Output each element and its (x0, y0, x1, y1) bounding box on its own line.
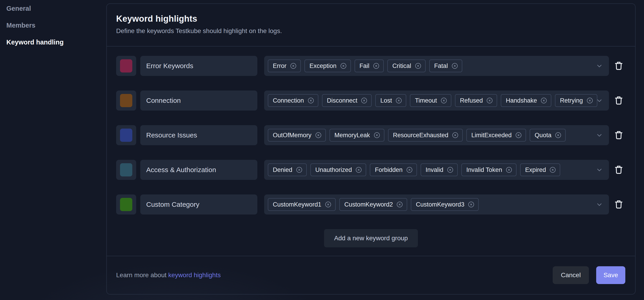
color-swatch (120, 129, 132, 142)
trash-icon (614, 130, 624, 141)
color-swatch (120, 198, 132, 211)
keyword-chip: Unauthorized (310, 163, 366, 176)
keyword-chip-list: ErrorExceptionFailCriticalFatal (268, 60, 590, 72)
keyword-chip-list: DeniedUnauthorizedForbiddenInvalidInvali… (268, 163, 590, 176)
group-name-input[interactable]: Error Keywords (140, 56, 257, 76)
keyword-chip-label: CustomKeyword1 (273, 201, 321, 208)
remove-keyword-icon[interactable] (361, 97, 368, 104)
keyword-chip-label: Disconnect (327, 97, 358, 104)
keyword-chip-label: Exception (310, 63, 336, 70)
remove-keyword-icon[interactable] (468, 201, 474, 208)
panel-header: Keyword highlights Define the keywords T… (107, 4, 635, 47)
sidebar-item-members[interactable]: Members (6, 22, 64, 29)
save-button[interactable]: Save (596, 266, 625, 284)
remove-keyword-icon[interactable] (296, 166, 303, 173)
remove-keyword-icon[interactable] (396, 201, 403, 208)
cancel-button[interactable]: Cancel (553, 266, 589, 284)
delete-group-button[interactable] (612, 125, 626, 145)
color-swatch-picker[interactable] (116, 160, 136, 180)
keyword-chip-label: CustomKeyword3 (416, 201, 464, 208)
remove-keyword-icon[interactable] (515, 132, 522, 139)
group-name-input[interactable]: Connection (140, 91, 257, 111)
add-keyword-group-button[interactable]: Add a new keyword group (324, 229, 418, 247)
remove-keyword-icon[interactable] (373, 63, 380, 69)
keyword-chip-label: Denied (273, 166, 292, 173)
keyword-chip: Expired (520, 163, 560, 176)
remove-keyword-icon[interactable] (586, 97, 593, 104)
remove-keyword-icon[interactable] (406, 166, 413, 173)
remove-keyword-icon[interactable] (549, 166, 556, 173)
remove-keyword-icon[interactable] (290, 63, 297, 69)
keyword-chip-label: Unauthorized (316, 166, 352, 173)
remove-keyword-icon[interactable] (355, 166, 362, 173)
keyword-chip: Refused (455, 94, 497, 107)
keyword-chip: Connection (268, 94, 318, 107)
keyword-chip: Timeout (410, 94, 451, 107)
remove-keyword-icon[interactable] (451, 63, 458, 69)
group-name-input[interactable]: Resource Issues (140, 125, 257, 145)
remove-keyword-icon[interactable] (540, 97, 547, 104)
remove-keyword-icon[interactable] (452, 132, 459, 139)
group-name-input[interactable]: Custom Category (140, 194, 257, 214)
keyword-group-row: ConnectionConnectionDisconnectLostTimeou… (116, 91, 626, 111)
delete-group-button[interactable] (612, 194, 626, 214)
keyword-chip-label: Refused (460, 97, 483, 104)
color-swatch-picker[interactable] (116, 125, 136, 145)
delete-group-button[interactable] (612, 160, 626, 180)
delete-group-button[interactable] (612, 91, 626, 111)
add-group-row: Add a new keyword group (116, 229, 626, 247)
remove-keyword-icon[interactable] (340, 63, 347, 69)
keyword-chip-label: OutOfMemory (273, 132, 312, 139)
sidebar-item-keyword-handling[interactable]: Keyword handling (6, 39, 64, 46)
remove-keyword-icon[interactable] (374, 132, 380, 139)
keyword-chip-label: Timeout (415, 97, 437, 104)
keyword-groups-section: Error KeywordsErrorExceptionFailCritical… (107, 47, 635, 247)
remove-keyword-icon[interactable] (506, 166, 512, 173)
color-swatch-picker[interactable] (116, 194, 136, 214)
keywords-select[interactable]: CustomKeyword1CustomKeyword2CustomKeywor… (264, 194, 609, 214)
panel-footer: Learn more about keyword highlights Canc… (107, 256, 635, 294)
keyword-chip-label: Invalid Token (466, 166, 502, 173)
keywords-select[interactable]: ErrorExceptionFailCriticalFatal (264, 56, 609, 76)
keywords-select[interactable]: DeniedUnauthorizedForbiddenInvalidInvali… (264, 160, 609, 180)
chevron-down-icon[interactable] (596, 132, 603, 139)
keyword-chip-label: CustomKeyword2 (344, 201, 393, 208)
remove-keyword-icon[interactable] (325, 201, 332, 208)
chevron-down-icon[interactable] (596, 166, 603, 173)
remove-keyword-icon[interactable] (447, 166, 454, 173)
remove-keyword-icon[interactable] (415, 63, 422, 69)
color-swatch-picker[interactable] (116, 91, 136, 111)
keyword-chip: CustomKeyword1 (268, 198, 336, 211)
remove-keyword-icon[interactable] (486, 97, 493, 104)
group-name-input[interactable]: Access & Authorization (140, 160, 257, 180)
delete-group-button[interactable] (612, 56, 626, 76)
keyword-chip-label: Quota (535, 132, 552, 139)
keyword-chip-label: Lost (380, 97, 392, 104)
color-swatch-picker[interactable] (116, 56, 136, 76)
keyword-handling-settings-page: GeneralMembersKeyword handling Keyword h… (0, 0, 644, 300)
remove-keyword-icon[interactable] (308, 97, 314, 104)
keyword-chip-label: Handshake (506, 97, 537, 104)
remove-keyword-icon[interactable] (395, 97, 402, 104)
keyword-chip-label: Connection (273, 97, 304, 104)
chevron-down-icon[interactable] (596, 201, 603, 208)
keyword-chip: Lost (375, 94, 406, 107)
keywords-select[interactable]: OutOfMemoryMemoryLeakResourceExhaustedLi… (264, 125, 609, 145)
keyword-chip: Quota (530, 129, 566, 142)
keyword-chip: CustomKeyword2 (339, 198, 407, 211)
settings-sidebar: GeneralMembersKeyword handling (6, 5, 64, 46)
remove-keyword-icon[interactable] (555, 132, 562, 139)
keyword-chip: Exception (304, 60, 351, 72)
keyword-chip: OutOfMemory (268, 129, 326, 142)
remove-keyword-icon[interactable] (440, 97, 447, 104)
remove-keyword-icon[interactable] (315, 132, 322, 139)
keyword-highlights-link[interactable]: keyword highlights (168, 271, 221, 278)
keyword-chip: Fail (354, 60, 384, 72)
sidebar-item-general[interactable]: General (6, 5, 64, 12)
chevron-down-icon[interactable] (596, 97, 603, 104)
keyword-chip: Critical (387, 60, 426, 72)
keyword-chip: LimitExceeded (466, 129, 526, 142)
chevron-down-icon[interactable] (596, 62, 603, 70)
keywords-select[interactable]: ConnectionDisconnectLostTimeoutRefusedHa… (264, 91, 609, 111)
keyword-chip-list: OutOfMemoryMemoryLeakResourceExhaustedLi… (268, 129, 590, 142)
